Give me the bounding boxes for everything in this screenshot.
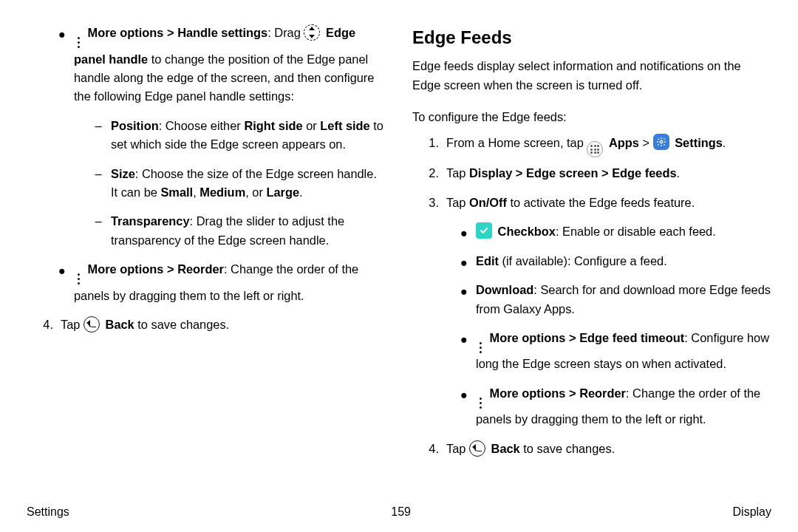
right-step-1: 1. From a Home screen, tap Apps > Settin… bbox=[423, 134, 771, 154]
right-step-4: 4. Tap Back to save changes. bbox=[423, 440, 771, 458]
more-options-icon bbox=[476, 395, 485, 410]
apps-icon bbox=[587, 141, 603, 157]
edge-feed-timeout-bullet: ● More options > Edge feed timeout: Conf… bbox=[460, 329, 771, 374]
more-options-icon bbox=[476, 340, 485, 355]
edge-feeds-intro: Edge feeds display select information an… bbox=[412, 57, 771, 95]
page-number: 159 bbox=[391, 503, 411, 522]
download-bullet: ● Download: Search for and download more… bbox=[460, 281, 771, 318]
footer-section: Settings bbox=[27, 503, 69, 522]
svg-point-0 bbox=[660, 141, 663, 144]
bullet-marker: ● bbox=[58, 260, 66, 305]
checkbox-bullet: ● Checkbox: Enable or disable each feed. bbox=[460, 222, 771, 241]
page-footer: Settings 159 Display bbox=[27, 493, 771, 522]
reorder-bullet: ● More options > Reorder: Change the ord… bbox=[58, 260, 386, 305]
handle-settings-bullet: ● More options > Handle settings: Drag E… bbox=[58, 24, 386, 106]
edge-feeds-heading: Edge Feeds bbox=[412, 24, 771, 51]
right-column: Edge Feeds Edge feeds display select inf… bbox=[412, 24, 771, 493]
left-step-4: 4. Tap Back to save changes. bbox=[37, 316, 386, 334]
left-column: ● More options > Handle settings: Drag E… bbox=[27, 24, 386, 493]
configure-lead: To configure the Edge feeds: bbox=[412, 108, 771, 126]
settings-icon bbox=[653, 134, 669, 150]
transparency-subitem: – Transparency: Drag the slider to adjus… bbox=[93, 212, 386, 250]
checkbox-icon bbox=[476, 222, 492, 239]
position-subitem: – Position: Choose either Right side or … bbox=[93, 117, 386, 154]
more-options-icon bbox=[74, 35, 83, 50]
edit-bullet: ● Edit (if available): Configure a feed. bbox=[460, 252, 771, 270]
reorder-right-bullet: ● More options > Reorder: Change the ord… bbox=[460, 384, 771, 429]
footer-topic: Display bbox=[733, 503, 771, 522]
back-icon bbox=[83, 316, 100, 332]
right-step-3: 3. Tap On/Off to activate the Edge feeds… bbox=[423, 194, 771, 212]
back-icon bbox=[469, 440, 485, 457]
more-options-icon bbox=[74, 272, 83, 287]
size-subitem: – Size: Choose the size of the Edge scre… bbox=[93, 165, 386, 202]
handle-settings-lead: More options > Handle settings bbox=[88, 26, 268, 39]
edge-panel-handle-icon bbox=[304, 24, 320, 41]
bullet-marker: ● bbox=[58, 24, 66, 106]
page-columns: ● More options > Handle settings: Drag E… bbox=[27, 24, 771, 493]
right-step-2: 2. Tap Display > Edge screen > Edge feed… bbox=[423, 164, 771, 183]
